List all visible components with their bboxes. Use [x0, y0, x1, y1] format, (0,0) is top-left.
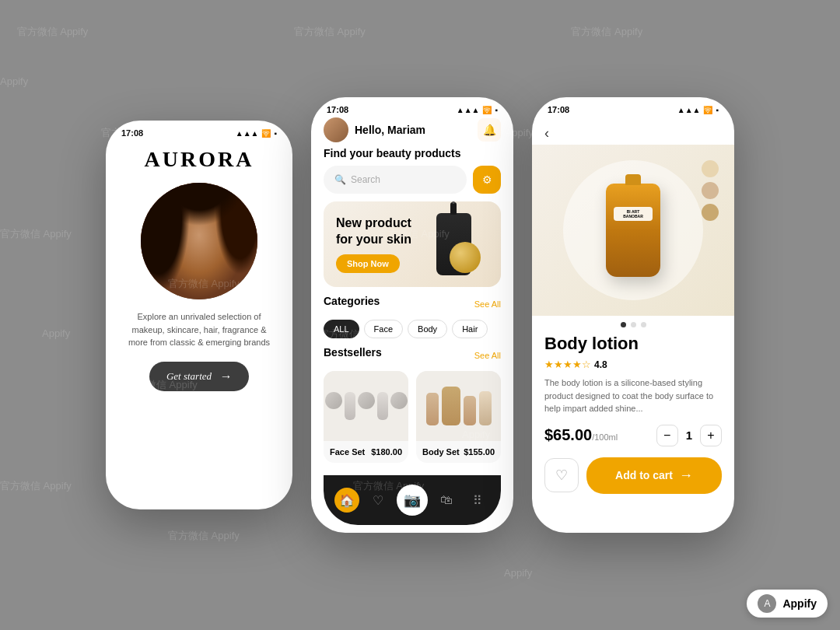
battery-icon-3: ▪ [716, 106, 719, 114]
nav-favorites[interactable]: ♡ [366, 488, 390, 513]
search-placeholder: Search [351, 174, 380, 185]
status-bar-1: 17:08 ▲▲▲ 🛜 ▪ [106, 121, 292, 141]
nav-menu[interactable]: ⠿ [465, 488, 490, 513]
product-card-body-set[interactable]: Body Set $155.00 [416, 371, 501, 463]
home-content: Hello, Mariam 🔔 Find your beauty product… [311, 117, 513, 525]
bestsellers-title: Bestsellers [324, 346, 382, 359]
appify-label: Appify [782, 597, 817, 610]
swatch-3[interactable] [702, 204, 719, 221]
product-detail-content: ‹ BI ARTBANOBAR Body lotion ★★ [532, 117, 734, 525]
face-set-graphic [324, 387, 408, 425]
search-row: 🔍 Search ⚙ [324, 166, 501, 194]
user-header: Hello, Mariam 🔔 [324, 117, 501, 142]
price-container: $65.00/100ml [544, 426, 618, 444]
appify-badge: A Appify [747, 590, 828, 618]
status-icons-2: ▲▲▲ 🛜 ▪ [457, 106, 498, 114]
phone-home: 17:08 ▲▲▲ 🛜 ▪ Hello, Mariam 🔔 Find your … [311, 97, 513, 533]
find-beauty-title: Find your beauty products [324, 147, 501, 159]
arrow-icon: → [219, 369, 232, 383]
favorite-button[interactable]: ♡ [544, 458, 579, 492]
time-1: 17:08 [121, 128, 143, 138]
product-hero-image: BI ARTBANOBAR [532, 145, 734, 316]
category-hair[interactable]: Hair [452, 320, 488, 338]
brand-logo: AURORA [145, 147, 254, 172]
signal-icon-3: ▲▲▲ [677, 106, 701, 114]
see-all-bestsellers[interactable]: See All [474, 351, 501, 360]
product-card-face-set[interactable]: Face Set $180.00 [324, 371, 408, 463]
jar-2 [358, 392, 375, 409]
phone-product-detail: 17:08 ▲▲▲ 🛜 ▪ ‹ BI ARTBANOBAR [532, 97, 734, 533]
shop-now-button[interactable]: Shop Now [336, 254, 400, 273]
notification-button[interactable]: 🔔 [478, 118, 501, 142]
get-started-button[interactable]: Get started → [149, 362, 249, 391]
dot-3[interactable] [641, 322, 646, 327]
category-all[interactable]: ALL [324, 320, 359, 338]
product-info-face-set: Face Set $180.00 [324, 441, 408, 463]
add-to-cart-button[interactable]: Add to cart → [586, 457, 722, 494]
star-rating: ★★★★☆ [544, 359, 591, 370]
lotion-bottle-graphic: BI ARTBANOBAR [606, 184, 660, 277]
wifi-icon-3: 🛜 [703, 106, 712, 114]
jar-1 [325, 392, 342, 409]
hair-overlay [141, 183, 257, 299]
category-pills: ALL Face Body Hair [324, 320, 501, 338]
search-input[interactable]: 🔍 Search [324, 166, 467, 194]
categories-title: Categories [324, 295, 380, 307]
time-2: 17:08 [327, 105, 348, 114]
hero-text: New product for your skin Shop Now [336, 215, 418, 273]
appify-logo-icon: A [758, 594, 776, 613]
color-swatches [702, 160, 719, 221]
portrait-image [141, 183, 257, 299]
hero-banner: New product for your skin Shop Now [324, 201, 501, 287]
search-icon: 🔍 [334, 174, 346, 185]
user-avatar [324, 117, 348, 142]
body-tube-3 [479, 391, 492, 425]
product-price: $65.00 [544, 426, 592, 443]
tube-2 [377, 392, 388, 420]
nav-home[interactable]: 🏠 [334, 488, 359, 513]
quantity-control: − 1 + [656, 425, 722, 446]
bottom-navigation: 🏠 ♡ 📷 🛍 ⠿ [324, 475, 501, 525]
dot-2[interactable] [631, 322, 636, 327]
product-circle-bg: BI ARTBANOBAR [563, 160, 703, 300]
body-set-name: Body Set [422, 447, 460, 457]
jar-3 [390, 392, 408, 409]
user-name: Hello, Mariam [355, 124, 425, 136]
quantity-decrease-button[interactable]: − [656, 425, 678, 446]
face-set-price: $180.00 [371, 447, 402, 457]
nav-camera[interactable]: 📷 [397, 485, 428, 516]
heart-icon: ♡ [555, 467, 568, 484]
product-description: The body lotion is a silicone-based styl… [544, 376, 722, 415]
face-set-name: Face Set [330, 447, 365, 457]
body-tube-1 [426, 393, 439, 425]
gold-ball-graphic [450, 242, 481, 273]
face-bg [141, 183, 257, 299]
category-face[interactable]: Face [364, 320, 403, 338]
filter-icon: ⚙ [482, 173, 492, 186]
nav-cart[interactable]: 🛍 [434, 488, 459, 513]
add-to-cart-row: ♡ Add to cart → [544, 457, 722, 494]
dot-1[interactable] [621, 322, 626, 327]
products-grid: Face Set $180.00 Bo [324, 371, 501, 463]
body-bottle [442, 387, 460, 425]
status-icons-1: ▲▲▲ 🛜 ▪ [236, 129, 277, 138]
filter-button[interactable]: ⚙ [473, 166, 501, 194]
body-set-graphic [422, 382, 496, 430]
add-to-cart-label: Add to cart [615, 469, 673, 481]
product-image-body-set [416, 371, 501, 441]
categories-header: Categories See All [324, 295, 501, 313]
product-detail-header: ‹ [532, 117, 734, 145]
bestsellers-section: Bestsellers See All [324, 346, 501, 475]
back-button[interactable]: ‹ [544, 122, 555, 145]
see-all-categories[interactable]: See All [474, 299, 501, 309]
get-started-label: Get started [166, 370, 212, 383]
product-detail-name: Body lotion [544, 334, 722, 354]
category-body[interactable]: Body [408, 320, 447, 338]
quantity-increase-button[interactable]: + [700, 425, 722, 446]
phone-splash: 17:08 ▲▲▲ 🛜 ▪ AURORA Explore an unrivale… [106, 121, 292, 509]
splash-tagline: Explore an unrivaled selection of makeup… [121, 310, 277, 349]
swatch-2[interactable] [702, 182, 719, 199]
status-bar-2: 17:08 ▲▲▲ 🛜 ▪ [311, 97, 513, 117]
swatch-1[interactable] [702, 160, 719, 177]
wifi-icon: 🛜 [261, 129, 271, 138]
